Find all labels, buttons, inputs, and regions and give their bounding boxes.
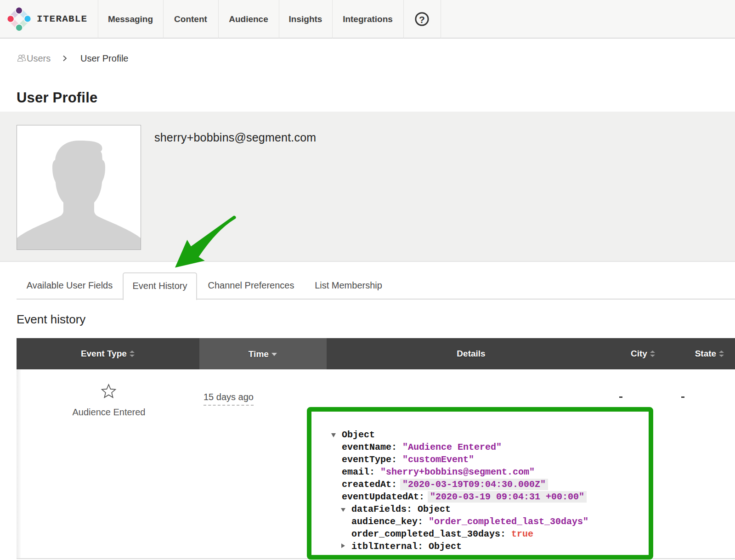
svg-text:?: ? (419, 14, 425, 25)
